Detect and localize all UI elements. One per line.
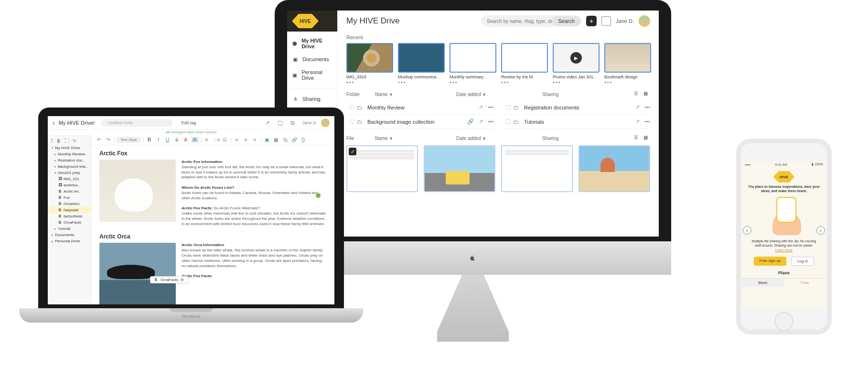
folder-row[interactable]: ☐🗀Registration documents↗••• [503, 100, 650, 115]
tree-node[interactable]: ▾Geo101 prep [48, 170, 91, 176]
tree-node-root[interactable]: ▾My HIVE Drive [48, 145, 91, 151]
bold-icon[interactable]: B [146, 137, 153, 142]
table-icon[interactable]: ▦ [273, 137, 279, 142]
link-icon[interactable]: 🔗 [291, 137, 298, 142]
edit-tag-button[interactable]: Edit tag [182, 120, 196, 125]
breadcrumb[interactable]: My HIVE Drive/ [59, 120, 95, 126]
signup-button[interactable]: Free sign up [754, 257, 786, 266]
more-icon[interactable]: ••• [488, 104, 493, 110]
more-icon[interactable]: ••• [604, 79, 651, 85]
recent-item[interactable]: Monthly summary ..••• [450, 43, 496, 85]
more-icon[interactable]: ••• [644, 104, 650, 110]
tree-node[interactable]: ▸Personal Drive [48, 238, 91, 244]
share-icon[interactable]: ↗ [479, 104, 483, 110]
file-card[interactable] [579, 145, 650, 192]
ol-icon[interactable]: ≡ [204, 137, 210, 142]
sidebar-item-personal[interactable]: ▣Personal Drive [287, 66, 337, 84]
back-button[interactable]: ‹ [53, 119, 55, 127]
home-button[interactable] [774, 312, 793, 331]
more-icon[interactable]: ••• [346, 79, 393, 85]
col-date-sort[interactable]: Date added▾ [456, 92, 542, 97]
tree-node[interactable]: 🗎factsofseal.. [48, 213, 91, 219]
collaborator-presence-icon[interactable] [315, 193, 321, 198]
refresh-icon[interactable]: ↻ [73, 138, 76, 143]
code-icon[interactable]: {} [300, 137, 307, 142]
grid-view-icon[interactable]: ▦ [643, 135, 650, 141]
copy-icon[interactable]: ⧉ [290, 119, 295, 126]
carousel-next-button[interactable]: › [816, 226, 825, 235]
tree-node[interactable]: 🗎OrcaIntro [48, 201, 91, 207]
align-right-icon[interactable]: ≡ [252, 137, 258, 142]
tree-node[interactable]: 🖼IMG_231 [48, 176, 91, 182]
plan-basic[interactable]: Basic [742, 278, 784, 287]
tree-node-selected[interactable]: 🗎harpseal [48, 207, 91, 213]
folder-row[interactable]: ☐🗀Tutorials↗••• [503, 115, 650, 129]
folder-row[interactable]: ☐🗀Background image collection🔗↗••• [346, 115, 493, 129]
sidebar-item-drive[interactable]: ⬢My HIVE Drive [287, 34, 337, 53]
floating-tag-chip[interactable]: 🗎OrcaFacts◎ [150, 276, 188, 283]
avatar[interactable] [639, 15, 650, 27]
col-name-sort[interactable]: Name▾ [375, 136, 456, 141]
recent-item[interactable]: Mockup communica..••• [398, 43, 445, 85]
more-icon[interactable]: ••• [501, 79, 548, 85]
tree-node[interactable]: ▸Tutorial [48, 226, 91, 232]
folder-row[interactable]: ☐🗀Monthly Review↗••• [346, 100, 493, 115]
file-card[interactable] [501, 145, 573, 192]
share-icon[interactable]: ↗ [635, 104, 640, 110]
tree-node[interactable]: 🗎OrcaFacts [48, 219, 91, 226]
more-icon[interactable]: ••• [398, 79, 445, 85]
sidebar-item-sharing[interactable]: ⋔Sharing [287, 92, 337, 106]
login-button[interactable]: Log in [791, 257, 814, 266]
tree-node[interactable]: ▸Monthly Review.. [48, 151, 91, 157]
recent-item[interactable]: IMG_3310••• [346, 43, 393, 85]
search-button[interactable]: Search [552, 16, 580, 26]
link-icon[interactable]: 🔗 [467, 119, 474, 125]
attach-icon[interactable]: 📎 [282, 137, 289, 142]
file-card[interactable] [424, 145, 495, 192]
image-insert-icon[interactable]: ▣ [264, 137, 270, 142]
search-input[interactable] [487, 19, 552, 24]
highlight-icon[interactable]: A [192, 137, 198, 142]
font-color-icon[interactable]: A [182, 137, 189, 142]
list-view-icon[interactable]: ☰ [634, 91, 641, 97]
italic-icon[interactable]: I [155, 137, 162, 142]
redo-icon[interactable]: ↷ [105, 137, 111, 142]
tree-node[interactable]: 🗎Fox [48, 194, 91, 201]
recent-item[interactable]: Bookmark design••• [604, 43, 651, 85]
share-icon[interactable]: ↗ [479, 119, 483, 125]
note-title-input[interactable]: Untitled Note [101, 119, 173, 127]
more-icon[interactable]: ••• [553, 79, 600, 85]
col-name-sort[interactable]: Name▾ [375, 92, 456, 97]
tree-node[interactable]: ▸Restration doc.. [48, 157, 91, 163]
checkbox[interactable]: ☐ [503, 119, 514, 125]
style-select[interactable]: Text Style [117, 137, 141, 143]
plan-free[interactable]: Free [784, 278, 826, 287]
align-center-icon[interactable]: ≡ [243, 137, 249, 142]
ul-icon[interactable]: ⋮≡ [213, 137, 219, 142]
list-view-icon[interactable]: ☰ [634, 135, 641, 141]
app-logo[interactable]: HIVE [287, 11, 337, 32]
checkbox[interactable]: ☐ [503, 104, 514, 111]
align-left-icon[interactable]: ≡ [234, 137, 240, 142]
more-icon[interactable]: ••• [644, 119, 650, 125]
recent-item[interactable]: Review by Iris M.••• [501, 43, 548, 85]
carousel-prev-button[interactable]: ‹ [743, 226, 751, 235]
more-icon[interactable]: ••• [450, 79, 496, 85]
add-button[interactable]: + [586, 16, 597, 26]
learn-more-link[interactable]: Learn more [742, 248, 826, 252]
col-date-sort[interactable]: Date added▾ [456, 136, 542, 141]
editor-content[interactable]: Arctic Fox Arctic Fox Information Standi… [92, 145, 334, 304]
undo-icon[interactable]: ↶ [96, 137, 102, 142]
more-icon[interactable]: ••• [488, 119, 493, 125]
recent-item[interactable]: Promo video Jan 201..••• [553, 43, 600, 85]
note-button[interactable] [601, 16, 611, 26]
expand-icon[interactable]: ⛶ [64, 138, 69, 143]
tree-node[interactable]: ▸Background ima.. [48, 163, 91, 170]
present-icon[interactable]: ▢ [278, 119, 283, 126]
tree-node[interactable]: 🖼arcticfox.. [48, 182, 91, 188]
sidebar-item-documents[interactable]: ▣Documents [287, 53, 337, 66]
grid-view-icon[interactable]: ▦ [643, 91, 650, 97]
share-icon[interactable]: ↗ [265, 119, 270, 126]
upload-icon[interactable]: ⤴ [51, 138, 53, 143]
tree-node[interactable]: ▸Documents [48, 232, 91, 238]
